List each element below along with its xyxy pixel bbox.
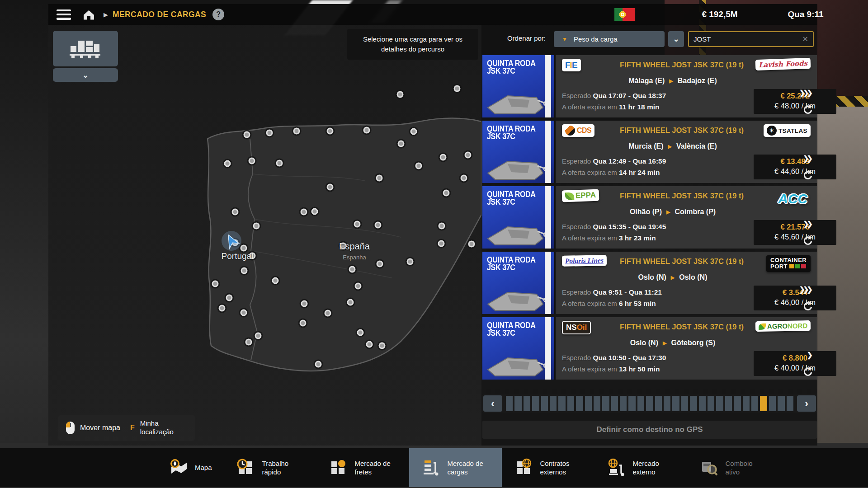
page-tick[interactable]: [524, 396, 530, 411]
city-dot[interactable]: [266, 130, 273, 136]
page-tick[interactable]: [778, 396, 784, 411]
city-dot[interactable]: [241, 267, 248, 274]
city-dot[interactable]: [366, 341, 373, 348]
page-tick[interactable]: [751, 396, 758, 411]
page-tick[interactable]: [672, 396, 679, 411]
city-dot[interactable]: [440, 154, 447, 161]
city-dot[interactable]: [443, 190, 450, 197]
city-dot[interactable]: [315, 361, 322, 368]
cargo-offer-card[interactable]: QUINTA RODAJSK 37C Polaris Lines FIFTH W…: [482, 252, 817, 314]
page-tick[interactable]: [655, 396, 662, 411]
city-dot[interactable]: [355, 283, 362, 290]
city-dot[interactable]: [311, 208, 318, 215]
city-dot[interactable]: [224, 160, 231, 167]
city-dot[interactable]: [244, 131, 250, 138]
page-tick[interactable]: [769, 396, 776, 411]
page-tick[interactable]: [734, 396, 741, 411]
page-tick[interactable]: [743, 396, 750, 411]
city-dot[interactable]: [354, 221, 361, 228]
city-dot[interactable]: [410, 128, 417, 135]
menu-icon[interactable]: [57, 9, 71, 20]
trailer-browser-button[interactable]: [53, 31, 118, 66]
city-dot[interactable]: [241, 310, 247, 316]
city-dot[interactable]: [301, 209, 307, 216]
city-dot[interactable]: [272, 277, 279, 284]
page-tick[interactable]: [611, 396, 618, 411]
nav-comboio-ativo[interactable]: Comboio ativo: [687, 448, 780, 487]
route-map[interactable]: España Espanha Portugal: [48, 25, 481, 446]
city-dot[interactable]: [249, 158, 255, 164]
nav-mercado-de-fretes[interactable]: Mercado de fretes: [316, 448, 409, 487]
set-gps-destination-button[interactable]: Definir como destino no GPS: [482, 421, 817, 439]
city-dot[interactable]: [327, 128, 334, 135]
city-dot[interactable]: [439, 223, 445, 230]
city-dot[interactable]: [327, 184, 334, 191]
sort-dropdown[interactable]: ▼ Peso da carga: [554, 31, 665, 47]
city-dot[interactable]: [325, 310, 331, 317]
city-dot[interactable]: [253, 223, 260, 230]
page-tick[interactable]: [585, 396, 592, 411]
nav-mapa[interactable]: Mapa: [156, 448, 224, 487]
city-dot[interactable]: [438, 240, 445, 247]
city-dot[interactable]: [397, 91, 404, 98]
page-tick[interactable]: [594, 396, 600, 411]
city-dot[interactable]: [454, 85, 461, 92]
city-dot[interactable]: [468, 241, 475, 248]
city-dot[interactable]: [300, 320, 307, 327]
city-dot[interactable]: [293, 128, 300, 135]
page-tick[interactable]: [725, 396, 732, 411]
nav-trabalho-rapido[interactable]: Trabalho rápido: [224, 448, 316, 487]
city-dot[interactable]: [465, 152, 472, 159]
page-forward-button[interactable]: ›: [797, 395, 816, 412]
page-tick[interactable]: [681, 396, 688, 411]
city-dot[interactable]: [219, 305, 226, 312]
city-dot[interactable]: [349, 266, 356, 273]
city-dot[interactable]: [377, 261, 383, 267]
city-dot[interactable]: [232, 209, 239, 216]
city-dot[interactable]: [461, 175, 467, 182]
city-dot[interactable]: [347, 299, 354, 306]
city-dot[interactable]: [379, 343, 386, 349]
page-tick[interactable]: [506, 396, 513, 411]
page-tick[interactable]: [514, 396, 521, 411]
nav-contratos-externos[interactable]: Contratos externos: [502, 448, 594, 487]
search-input[interactable]: [689, 35, 802, 43]
page-tick[interactable]: [558, 396, 565, 411]
page-tick[interactable]: [620, 396, 627, 411]
city-dot[interactable]: [415, 163, 422, 169]
nav-mercado-de-cargas[interactable]: Mercado de cargas: [409, 448, 502, 487]
nav-mercado-externo[interactable]: Mercado externo: [594, 448, 687, 487]
clear-search-icon[interactable]: ✕: [802, 35, 813, 43]
page-tick[interactable]: [716, 396, 723, 411]
city-dot[interactable]: [226, 295, 233, 301]
city-dot[interactable]: [376, 175, 383, 182]
cargo-offer-card[interactable]: QUINTA RODAJSK 37C FlE FIFTH WHEEL JOST …: [482, 55, 817, 117]
collapse-button[interactable]: ⌄: [53, 68, 118, 82]
page-tick[interactable]: [708, 396, 714, 411]
page-tick[interactable]: [576, 396, 583, 411]
city-dot[interactable]: [363, 127, 370, 134]
city-dot[interactable]: [357, 329, 364, 336]
city-dot[interactable]: [276, 160, 283, 167]
page-back-button[interactable]: ‹: [483, 395, 502, 412]
page-tick[interactable]: [787, 396, 793, 411]
city-dot[interactable]: [212, 281, 219, 287]
page-tick[interactable]: [541, 396, 548, 411]
page-tick[interactable]: [628, 396, 635, 411]
city-dot[interactable]: [407, 258, 414, 265]
city-dot[interactable]: [301, 300, 308, 307]
page-tick-active[interactable]: [760, 396, 767, 411]
page-tick[interactable]: [567, 396, 574, 411]
city-dot[interactable]: [255, 333, 262, 339]
page-tick[interactable]: [637, 396, 644, 411]
page-tick[interactable]: [699, 396, 706, 411]
home-icon[interactable]: [81, 8, 96, 21]
help-icon[interactable]: ?: [212, 9, 224, 20]
sort-direction-button[interactable]: ⌄: [668, 31, 684, 47]
page-tick[interactable]: [550, 396, 557, 411]
page-tick[interactable]: [646, 396, 653, 411]
cargo-offer-card[interactable]: QUINTA RODAJSK 37C NSOil FIFTH WHEEL JOS…: [482, 317, 817, 380]
page-tick[interactable]: [532, 396, 539, 411]
page-tick[interactable]: [664, 396, 670, 411]
city-dot[interactable]: [398, 141, 405, 147]
